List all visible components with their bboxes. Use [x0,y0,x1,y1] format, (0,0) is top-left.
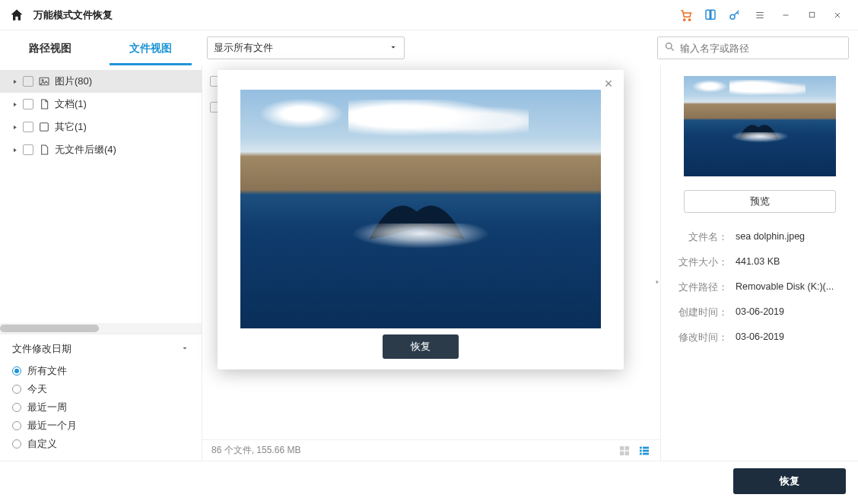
svg-rect-13 [643,446,649,449]
grid-view-icon[interactable] [618,444,631,458]
date-option-month[interactable]: 最近一个月 [12,417,189,435]
svg-rect-3 [809,12,814,17]
meta-label-path: 文件路径： [673,281,728,294]
file-filter-select[interactable]: 显示所有文件 [207,36,405,59]
date-filter-header[interactable]: 文件修改日期 [12,342,189,356]
chevron-down-icon [389,43,398,54]
category-tree: 图片(80) 文档(1) 其它(1) 无文件后缀(4) [0,65,202,166]
file-icon [38,144,50,156]
bottom-bar: 恢复 [0,461,858,500]
app-title: 万能模式文件恢复 [33,8,113,22]
option-label: 自定义 [27,437,57,451]
close-button[interactable] [826,5,849,26]
svg-rect-10 [620,451,624,455]
menu-icon[interactable] [748,5,771,26]
expand-icon[interactable] [11,100,18,108]
meta-name: sea dolphin.jpeg [736,231,846,244]
sidebar: 图片(80) 文档(1) 其它(1) 无文件后缀(4) [0,65,202,461]
modal-image [240,90,601,328]
option-label: 最近一个月 [27,419,77,433]
tree-item-other[interactable]: 其它(1) [0,116,202,138]
maximize-button[interactable] [800,5,823,26]
option-label: 所有文件 [27,364,67,378]
option-label: 最近一周 [27,401,67,414]
key-icon[interactable] [724,5,745,26]
svg-point-4 [666,43,672,49]
thumbnail-preview [684,76,836,176]
svg-point-1 [688,18,690,20]
date-option-week[interactable]: 最近一周 [12,398,189,417]
other-icon [38,121,50,133]
search-input[interactable] [675,43,842,54]
svg-rect-7 [40,123,49,132]
meta-path: Removable Disk (K:)(... [736,281,846,294]
tab-path-view[interactable]: 路径视图 [9,34,91,65]
modal-recover-button[interactable]: 恢复 [383,334,459,359]
view-tabs: 路径视图 文件视图 [9,30,192,65]
date-filter-section: 文件修改日期 所有文件 今天 最近一周 最近一个月 自定义 [0,334,202,461]
svg-rect-8 [620,446,624,450]
date-option-today[interactable]: 今天 [12,380,189,398]
meta-label-name: 文件名： [673,231,728,244]
tree-label: 文档(1) [55,97,87,111]
meta-label-created: 创建时间： [673,306,728,319]
checkbox[interactable] [23,99,33,109]
images-icon [38,75,50,87]
svg-rect-9 [625,446,629,450]
radio[interactable] [12,439,21,449]
checkbox[interactable] [23,144,33,155]
svg-point-2 [730,14,735,19]
collapse-handle[interactable] [653,271,661,293]
expand-icon[interactable] [11,78,18,85]
tab-file-view[interactable]: 文件视图 [110,34,192,65]
close-icon[interactable]: × [601,76,616,91]
search-box[interactable] [657,36,849,59]
svg-point-0 [684,18,685,20]
home-icon[interactable] [9,8,24,23]
status-bar: 86 个文件, 155.66 MB [202,439,660,461]
status-text: 86 个文件, 155.66 MB [211,444,300,457]
expand-icon[interactable] [11,123,18,131]
radio[interactable] [12,421,21,430]
cart-icon[interactable] [675,5,697,26]
sidebar-hscroll[interactable] [0,323,202,334]
list-view-icon[interactable] [637,444,651,458]
minimize-button[interactable] [774,5,797,26]
svg-rect-17 [643,452,649,455]
search-icon [664,41,675,55]
date-option-all[interactable]: 所有文件 [12,362,189,380]
tree-item-noext[interactable]: 无文件后缀(4) [0,138,202,161]
date-option-custom[interactable]: 自定义 [12,435,189,453]
meta-created: 03-06-2019 [736,306,846,319]
document-icon [38,98,50,110]
meta-label-size: 文件大小： [673,256,728,269]
details-panel: 预览 文件名：sea dolphin.jpeg 文件大小：441.03 KB 文… [660,65,858,461]
tree-item-images[interactable]: 图片(80) [0,70,202,93]
radio[interactable] [12,385,21,394]
date-filter-title: 文件修改日期 [12,342,72,356]
preview-button[interactable]: 预览 [684,190,836,213]
checkbox[interactable] [23,122,33,132]
chevron-down-icon [180,344,189,355]
svg-rect-15 [643,449,649,452]
expand-icon[interactable] [11,146,18,154]
tree-item-documents[interactable]: 文档(1) [0,93,202,116]
svg-rect-16 [640,452,642,455]
preview-modal: × 恢复 [218,70,624,369]
tree-label: 图片(80) [55,74,92,88]
svg-rect-11 [625,451,629,455]
radio[interactable] [12,403,21,412]
tree-label: 其它(1) [55,120,87,134]
titlebar: 万能模式文件恢复 [0,0,858,30]
book-icon[interactable] [700,5,721,26]
svg-rect-12 [640,446,642,449]
meta-modified: 03-06-2019 [736,331,846,344]
checkbox[interactable] [23,76,33,87]
svg-rect-14 [640,449,642,452]
file-filter-label: 显示所有文件 [214,41,273,55]
meta-label-modified: 修改时间： [673,331,728,344]
option-label: 今天 [27,382,47,396]
radio[interactable] [12,366,21,376]
meta-size: 441.03 KB [736,256,846,269]
recover-button[interactable]: 恢复 [733,468,846,494]
